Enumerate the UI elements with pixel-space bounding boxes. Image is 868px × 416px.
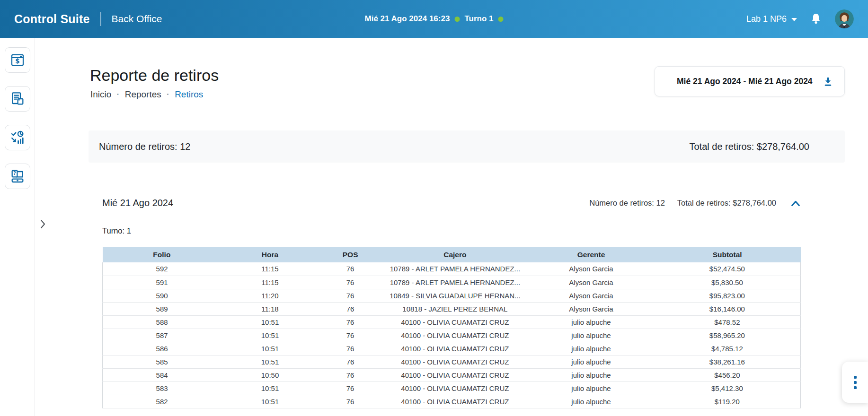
table-cell: 40100 - OLIVIA CUAMATZI CRUZ xyxy=(382,395,529,408)
pos-devices-icon: ? xyxy=(10,169,25,184)
table-cell: $456.20 xyxy=(654,368,801,381)
collapse-section-button[interactable] xyxy=(790,199,801,208)
table-body: 59211:157610789 - ARLET PAMELA HERNANDEZ… xyxy=(103,262,801,408)
table-cell: julio alpuche xyxy=(528,368,654,381)
table-cell: 590 xyxy=(103,289,221,302)
table-cell: 40100 - OLIVIA CUAMATZI CRUZ xyxy=(382,368,529,381)
table-cell: 11:18 xyxy=(221,302,319,315)
day-section: Mié 21 Ago 2024 Número de retiros: 12 To… xyxy=(102,198,801,408)
topbar-right: Lab 1 NP6 xyxy=(746,9,854,28)
table-cell: Alyson Garcia xyxy=(528,276,654,289)
table-cell: julio alpuche xyxy=(528,329,654,342)
svg-text:$: $ xyxy=(15,58,19,65)
current-shift: Turno 1 xyxy=(464,14,493,24)
download-button[interactable] xyxy=(822,76,834,87)
chevron-right-icon xyxy=(40,219,45,229)
date-range-label: Mié 21 Ago 2024 - Mié 21 Ago 2024 xyxy=(677,77,813,87)
table-cell: 76 xyxy=(319,315,382,329)
breadcrumb-retiros[interactable]: Retiros xyxy=(175,89,203,100)
day-date: Mié 21 Ago 2024 xyxy=(102,198,173,208)
current-datetime: Mié 21 Ago 2024 16:23 xyxy=(365,14,450,24)
ellipsis-icon xyxy=(854,376,857,379)
table-cell: 11:20 xyxy=(221,289,319,302)
table-row: 58710:517640100 - OLIVIA CUAMATZI CRUZju… xyxy=(103,329,801,342)
table-cell: 40100 - OLIVIA CUAMATZI CRUZ xyxy=(382,342,529,355)
day-count: Número de retiros: 12 xyxy=(589,199,665,208)
table-cell: 587 xyxy=(103,329,221,342)
cash-window-icon: $ xyxy=(10,52,25,68)
datetime-status-dot xyxy=(454,17,460,22)
sidebar-item-devices[interactable]: ? xyxy=(5,164,30,189)
table-cell: 76 xyxy=(319,395,382,408)
location-dropdown[interactable]: Lab 1 NP6 xyxy=(746,14,797,24)
sidebar: $ ? xyxy=(0,38,35,416)
floating-actions-button[interactable] xyxy=(842,362,868,403)
top-bar: Control Suite Back Office Mié 21 Ago 202… xyxy=(0,0,868,38)
table-cell: 584 xyxy=(103,368,221,381)
table-cell: 76 xyxy=(319,368,382,381)
report-document-icon xyxy=(10,91,25,106)
table-cell: $38,261.16 xyxy=(654,355,801,368)
ellipsis-icon xyxy=(854,386,857,389)
table-cell: 10789 - ARLET PAMELA HERNANDEZ... xyxy=(382,262,529,276)
column-header-pos: POS xyxy=(319,247,382,262)
app-brand: Control Suite xyxy=(14,12,90,26)
sidebar-item-sales[interactable]: $ xyxy=(5,47,30,73)
page-head: Reporte de retiros Inicio · Reportes · R… xyxy=(89,66,845,106)
sidebar-expander[interactable] xyxy=(38,218,47,230)
table-cell: $4,785.12 xyxy=(654,342,801,355)
table-cell: julio alpuche xyxy=(528,342,654,355)
table-cell: 591 xyxy=(103,276,221,289)
table-row: 58610:517640100 - OLIVIA CUAMATZI CRUZju… xyxy=(103,342,801,355)
download-icon xyxy=(822,76,834,87)
table-cell: 10:51 xyxy=(221,395,319,408)
date-range-picker[interactable]: Mié 21 Ago 2024 - Mié 21 Ago 2024 xyxy=(655,66,845,96)
table-row: 58310:517640100 - OLIVIA CUAMATZI CRUZju… xyxy=(103,381,801,395)
day-section-header: Mié 21 Ago 2024 Número de retiros: 12 To… xyxy=(102,198,801,208)
table-cell: 10:50 xyxy=(221,368,319,381)
table-cell: 582 xyxy=(103,395,221,408)
sidebar-item-metrics[interactable] xyxy=(5,125,30,150)
table-cell: 76 xyxy=(319,262,382,276)
table-cell: $52,474.50 xyxy=(654,262,801,276)
module-title: Back Office xyxy=(112,13,162,25)
breadcrumb-reportes[interactable]: Reportes xyxy=(125,89,161,100)
chevron-up-icon xyxy=(790,199,801,208)
table-cell: $58,965.20 xyxy=(654,329,801,342)
table-cell: 10:51 xyxy=(221,315,319,329)
column-header-folio: Folio xyxy=(103,247,221,262)
metrics-icon xyxy=(10,130,25,145)
table-cell: 10849 - SILVIA GUADALUPE HERNAN... xyxy=(382,289,529,302)
table-row: 58210:517640100 - OLIVIA CUAMATZI CRUZju… xyxy=(103,395,801,408)
breadcrumb-inicio[interactable]: Inicio xyxy=(90,89,111,100)
summary-total: Total de retiros: $278,764.00 xyxy=(689,141,809,152)
table-cell: $95,823.00 xyxy=(654,289,801,302)
bell-icon xyxy=(810,13,822,25)
table-cell: julio alpuche xyxy=(528,381,654,395)
table-cell: $5,830.50 xyxy=(654,276,801,289)
shift-label: Turno: 1 xyxy=(102,226,801,235)
table-row: 58911:187610818 - JAZIEL PEREZ BERNALAly… xyxy=(103,302,801,315)
table-cell: Alyson Garcia xyxy=(528,289,654,302)
summary-band: Número de retiros: 12 Total de retiros: … xyxy=(89,130,845,163)
table-row: 58510:517640100 - OLIVIA CUAMATZI CRUZju… xyxy=(103,355,801,368)
table-cell: $16,146.00 xyxy=(654,302,801,315)
table-cell: 586 xyxy=(103,342,221,355)
table-header-row: Folio Hora POS Cajero Gerente Subtotal xyxy=(103,247,801,262)
table-cell: 40100 - OLIVIA CUAMATZI CRUZ xyxy=(382,315,529,329)
table-cell: 585 xyxy=(103,355,221,368)
table-cell: 11:15 xyxy=(221,276,319,289)
avatar-image xyxy=(835,9,854,28)
table-cell: 10789 - ARLET PAMELA HERNANDEZ... xyxy=(382,276,529,289)
sidebar-item-reports[interactable] xyxy=(5,86,30,112)
table-cell: 76 xyxy=(319,329,382,342)
table-cell: 76 xyxy=(319,289,382,302)
table-row: 59111:157610789 - ARLET PAMELA HERNANDEZ… xyxy=(103,276,801,289)
user-avatar[interactable] xyxy=(835,9,854,28)
table-row: 59011:207610849 - SILVIA GUADALUPE HERNA… xyxy=(103,289,801,302)
table-cell: julio alpuche xyxy=(528,315,654,329)
table-cell: 588 xyxy=(103,315,221,329)
location-label: Lab 1 NP6 xyxy=(746,14,787,24)
notifications-button[interactable] xyxy=(810,13,822,25)
svg-text:?: ? xyxy=(13,171,16,176)
